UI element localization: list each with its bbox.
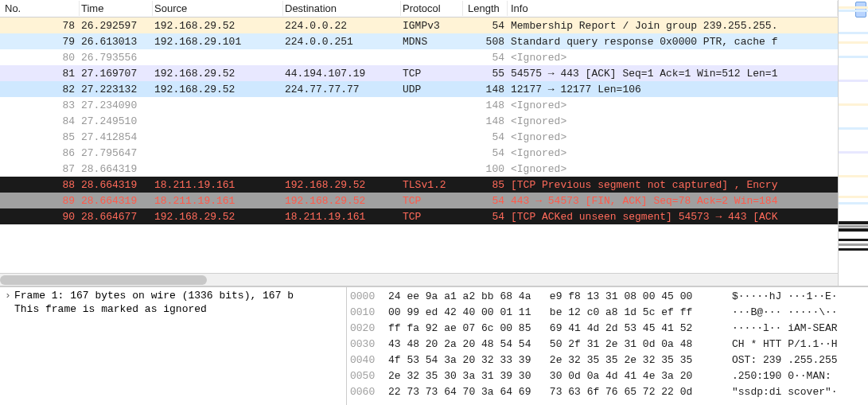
cell-length: 100 [463,163,508,175]
cell-time: 28.664677 [80,211,153,223]
minimap-stripe [839,221,868,224]
column-header-protocol[interactable]: Protocol [401,1,463,16]
cell-info: <Ignored> [508,163,838,175]
column-header-no[interactable]: No. [0,1,80,16]
cell-no: 87 [0,163,80,175]
cell-time: 28.664319 [80,163,153,175]
cell-info: <Ignored> [508,99,838,111]
cell-source: 192.168.29.52 [153,84,283,95]
packet-bytes-hex[interactable]: 000024 ee 9a a1 a2 bb 68 4a e9 f8 13 31 … [347,287,868,405]
hex-bytes: 4f 53 54 3a 20 32 33 39 2e 32 35 35 2e 3… [388,352,719,368]
cell-protocol: UDP [401,84,463,95]
hex-bytes: 24 ee 9a a1 a2 bb 68 4a e9 f8 13 31 08 0… [388,289,719,305]
cell-no: 79 [0,36,80,48]
hex-row[interactable]: 003043 48 20 2a 20 48 54 54 50 2f 31 2e … [350,337,865,352]
cell-length: 54 [463,211,508,223]
cell-no: 78 [0,20,80,32]
cell-length: 148 [463,99,508,111]
packet-table-header[interactable]: No. Time Source Destination Protocol Len… [0,0,838,18]
packet-row[interactable]: 8627.79564754<Ignored> [0,145,838,161]
cell-time: 27.234090 [80,99,153,111]
cell-source: 192.168.29.52 [153,20,283,32]
cell-time: 26.292597 [80,20,153,32]
cell-info: [TCP ACKed unseen segment] 54573 → 443 [… [508,211,838,223]
cell-length: 55 [463,68,508,80]
packet-row[interactable]: 8427.249510148<Ignored> [0,113,838,129]
packet-row[interactable]: 7826.292597192.168.29.52224.0.0.22IGMPv3… [0,18,838,33]
horizontal-scrollbar-thumb[interactable] [0,275,207,285]
hex-bytes: 2e 32 35 30 3a 31 39 30 30 0d 0a 4d 41 4… [388,368,719,384]
minimap-stripe [839,248,868,251]
chevron-right-icon[interactable]: › [5,290,14,302]
hex-row[interactable]: 00502e 32 35 30 3a 31 39 30 30 0d 0a 4d … [350,368,865,384]
hex-bytes: 22 73 73 64 70 3a 64 69 73 63 6f 76 65 7… [388,384,719,400]
packet-row[interactable]: 7926.613013192.168.29.101224.0.0.251MDNS… [0,33,838,49]
packet-row[interactable]: 8227.223132192.168.29.52224.77.77.77UDP1… [0,81,838,97]
packet-row[interactable]: 8127.169707192.168.29.5244.194.107.19TCP… [0,65,838,81]
tree-frame-summary[interactable]: ›Frame 1: 167 bytes on wire (1336 bits),… [0,289,346,302]
column-header-source[interactable]: Source [153,1,283,16]
cell-no: 86 [0,147,80,159]
cell-length: 508 [463,36,508,48]
cell-no: 89 [0,195,80,207]
packet-list-pane: No. Time Source Destination Protocol Len… [0,0,868,286]
minimap-stripe [839,175,868,177]
column-header-info[interactable]: Info [508,1,838,16]
cell-protocol: TCP [401,211,463,223]
hex-bytes: 43 48 20 2a 20 48 54 54 50 2f 31 2e 31 0… [388,337,719,352]
minimap-stripe [839,80,868,82]
cell-no: 81 [0,68,80,80]
horizontal-scrollbar[interactable] [0,273,838,286]
column-header-time[interactable]: Time [80,1,153,16]
cell-time: 26.613013 [80,36,153,48]
packet-row[interactable]: 8026.79355654<Ignored> [0,49,838,65]
cell-time: 27.169707 [80,68,153,80]
hex-ascii: .250:190 0··MAN: [719,368,838,384]
hex-row[interactable]: 006022 73 73 64 70 3a 64 69 73 63 6f 76 … [350,384,865,400]
tree-ignored-note[interactable]: This frame is marked as ignored [0,302,346,316]
cell-time: 28.664319 [80,195,153,207]
cell-time: 27.249510 [80,115,153,127]
column-header-length[interactable]: Length [463,1,508,16]
minimap-stripe [839,6,868,9]
hex-ascii: "ssdp:di scover"· [719,384,838,400]
hex-offset: 0000 [350,289,388,305]
packet-row[interactable]: 9028.664677192.168.29.5218.211.19.161TCP… [0,208,838,224]
hex-offset: 0040 [350,352,388,368]
hex-ascii: CH * HTT P/1.1··H [719,337,838,352]
cell-info: <Ignored> [508,52,838,64]
cell-protocol: IGMPv3 [401,20,463,32]
minimap-stripe [839,202,868,204]
packet-details-tree[interactable]: ›Frame 1: 167 bytes on wire (1336 bits),… [0,287,347,405]
cell-no: 82 [0,84,80,95]
cell-time: 28.664319 [80,179,153,191]
hex-offset: 0030 [350,337,388,352]
hex-row[interactable]: 00404f 53 54 3a 20 32 33 39 2e 32 35 35 … [350,352,865,368]
hex-ascii: ···B@··· ·····\·· [719,305,838,321]
hex-offset: 0060 [350,384,388,400]
hex-row[interactable]: 000024 ee 9a a1 a2 bb 68 4a e9 f8 13 31 … [350,289,865,305]
column-header-destination[interactable]: Destination [283,1,401,16]
cell-source: 18.211.19.161 [153,179,283,191]
packet-table[interactable]: No. Time Source Destination Protocol Len… [0,0,838,286]
minimap-stripe [839,225,868,228]
tree-frame-text: Frame 1: 167 bytes on wire (1336 bits), … [14,290,294,302]
cell-protocol: TLSv1.2 [401,179,463,191]
minimap-stripe [839,10,868,12]
packet-row[interactable]: 8928.66431918.211.19.161192.168.29.52TCP… [0,193,838,208]
cell-time: 27.412854 [80,131,153,143]
hex-row[interactable]: 0020ff fa 92 ae 07 6c 00 85 69 41 4d 2d … [350,321,865,337]
cell-no: 84 [0,115,80,127]
cell-info: <Ignored> [508,115,838,127]
tree-ignored-text: This frame is marked as ignored [14,303,207,315]
minimap-stripe [839,56,868,58]
cell-info: 443 → 54573 [FIN, ACK] Seq=78 Ack=2 Win=… [508,195,838,207]
hex-offset: 0050 [350,368,388,384]
packet-minimap[interactable] [838,0,868,286]
packet-row[interactable]: 8828.66431918.211.19.161192.168.29.52TLS… [0,177,838,193]
cell-source: 192.168.29.52 [153,68,283,80]
packet-row[interactable]: 8527.41285454<Ignored> [0,129,838,145]
packet-row[interactable]: 8728.664319100<Ignored> [0,161,838,177]
hex-row[interactable]: 001000 99 ed 42 40 00 01 11 be 12 c0 a8 … [350,305,865,321]
packet-row[interactable]: 8327.234090148<Ignored> [0,97,838,113]
